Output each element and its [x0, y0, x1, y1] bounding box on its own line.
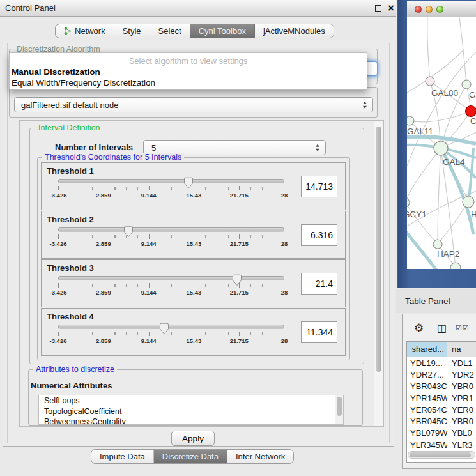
table-row[interactable]: YDR27...YDR2 [407, 369, 476, 380]
tab-label: Style [123, 26, 141, 36]
slider-major-ticks [58, 283, 284, 288]
main-scrollbar[interactable] [374, 121, 383, 426]
network-node-h[interactable] [463, 196, 474, 208]
tick-label: 2.859 [96, 337, 111, 344]
attributes-group-title: Attributes to discretize [33, 365, 117, 374]
threshold-value-input[interactable] [301, 224, 337, 246]
table-row[interactable]: YBL079WYBL0 [407, 427, 476, 439]
threshold-value-input[interactable] [301, 273, 337, 295]
threshold-block-2: Threshold 2-3.4262.8599.14415.4321.71528 [41, 211, 346, 259]
table-row[interactable]: YLR345WYLR3 [407, 439, 476, 450]
tab-network[interactable]: Network [56, 24, 114, 38]
table-row[interactable]: YER054CYER0 [407, 404, 476, 415]
dropdown-option-manual-discretization[interactable]: Manual Discretization [12, 67, 365, 77]
select-columns-icon[interactable]: ☑☑ [456, 324, 470, 332]
table-horizontal-scrollbar[interactable] [408, 451, 475, 459]
table-row[interactable]: YPR145WYPR1 [407, 392, 476, 404]
network-window-titlebar [407, 1, 476, 17]
table-cell-name: YBR0 [447, 417, 476, 426]
scrollbar-thumb[interactable] [410, 452, 471, 457]
tick-label: 2.859 [96, 192, 111, 199]
network-node-hap2[interactable] [433, 240, 442, 249]
dropdown-option-equal-width-frequency[interactable]: Equal Width/Frequency Discretization [12, 78, 365, 88]
tick-label: 9.144 [141, 337, 157, 344]
slider-track[interactable] [58, 179, 284, 183]
slider-thumb[interactable] [232, 274, 242, 286]
network-node-gal11[interactable] [407, 116, 414, 125]
float-window-icon[interactable] [375, 5, 381, 12]
tab-infer-network[interactable]: Infer Network [227, 450, 293, 463]
node-label: GAL11 [407, 127, 433, 136]
table-row[interactable]: YBR045CYBR0 [407, 415, 476, 427]
close-icon[interactable]: × [388, 1, 394, 16]
panel-title: Control Panel [5, 3, 56, 13]
slider-thumb[interactable] [159, 323, 169, 335]
minimize-traffic-light-icon[interactable] [426, 6, 433, 13]
tick-label: 15.43 [187, 337, 202, 344]
tab-cyni-toolbox[interactable]: Cyni Toolbox [190, 24, 255, 38]
tick-label: 28 [281, 240, 288, 247]
tab-style[interactable]: Style [114, 24, 150, 38]
tab-select[interactable]: Select [150, 24, 190, 38]
tab-label: Impute Data [100, 452, 145, 461]
numerical-attributes-list[interactable]: SelfLoopsTopologicalCoefficientBetweenne… [38, 395, 344, 425]
zoom-traffic-light-icon[interactable] [436, 6, 443, 13]
scrollbar-thumb[interactable] [376, 127, 381, 372]
table-cell-shared-name: YBR043C [407, 381, 447, 391]
column-header-shared-name[interactable]: shared... [407, 342, 447, 357]
threshold-label: Threshold 1 [47, 166, 94, 176]
network-node-ga[interactable] [462, 80, 471, 89]
slider-track[interactable] [58, 276, 284, 280]
column-header-name[interactable]: na [447, 342, 476, 357]
attribute-item[interactable]: TopologicalCoefficient [39, 406, 343, 417]
table-cell-name: YDL1 [447, 358, 476, 368]
close-traffic-light-icon[interactable] [415, 6, 422, 13]
tab-impute-data[interactable]: Impute Data [91, 450, 154, 463]
numerical-attributes-label: Numerical Attributes [31, 381, 112, 390]
control-panel-titlebar: Control Panel [0, 0, 396, 17]
slider-track[interactable] [58, 227, 284, 232]
slider-thumb[interactable] [183, 177, 194, 189]
table-row[interactable]: YDL19...YDL1 [407, 357, 476, 369]
threshold-slider[interactable]: -3.4262.8599.14415.4321.71528 [58, 276, 284, 305]
threshold-label: Threshold 2 [47, 215, 94, 224]
network-view-canvas[interactable]: GAL80GACGAL11GAL4GCY1HHAP2 [407, 17, 476, 269]
table-rows: YDL19...YDL1YDR27...YDR2YBR043CYBR0YPR14… [407, 357, 476, 453]
slider-track[interactable] [58, 325, 284, 329]
interval-definition-title: Interval Definition [36, 123, 103, 132]
network-node-gal80[interactable] [426, 77, 434, 86]
network-node-gcy1[interactable] [407, 198, 410, 207]
table-data-value: galFiltered.sif default node [21, 100, 118, 110]
tab-discretize-data[interactable]: Discretize Data [154, 450, 227, 463]
slider-thumb[interactable] [123, 226, 134, 238]
threshold-value-input[interactable] [301, 176, 337, 197]
settings-gear-icon[interactable]: ⚙ [414, 321, 424, 335]
threshold-slider[interactable]: -3.4262.8599.14415.4321.71528 [58, 179, 284, 208]
list-scrollbar[interactable] [335, 395, 343, 424]
tab-label: Select [158, 26, 181, 36]
node-label: GA [469, 90, 476, 100]
cyni-bottom-tabs: Impute Data Discretize Data Infer Networ… [91, 449, 294, 464]
tick-label: 9.144 [141, 289, 157, 296]
apply-button[interactable]: Apply [171, 431, 215, 446]
threshold-slider[interactable]: -3.4262.8599.14415.4321.71528 [58, 227, 284, 257]
network-node-c[interactable] [466, 106, 476, 117]
network-icon [64, 27, 72, 35]
table-cell-name: YPR1 [447, 394, 476, 403]
tab-jactivemnodules[interactable]: jActiveMNodules [255, 24, 334, 38]
threshold-value-input[interactable] [301, 321, 337, 343]
table-row[interactable]: YBR043CYBR0 [407, 381, 476, 392]
table-cell-shared-name: YPR145W [407, 394, 447, 403]
tick-label: 9.144 [141, 240, 157, 247]
split-columns-icon[interactable]: ◫ [437, 322, 447, 334]
network-node[interactable] [450, 263, 461, 269]
threshold-slider[interactable]: -3.4262.8599.14415.4321.71528 [58, 325, 284, 354]
table-data-select[interactable]: galFiltered.sif default node [14, 97, 373, 112]
tab-label: Network [75, 26, 105, 36]
node-label: GAL80 [431, 88, 458, 98]
network-node-gal4[interactable] [434, 141, 448, 155]
attribute-item[interactable]: SelfLoops [39, 395, 343, 406]
num-intervals-label: Number of Intervals [55, 142, 133, 152]
scrollbar-thumb[interactable] [337, 397, 342, 416]
attribute-item[interactable]: BetweennessCentrality [39, 417, 343, 425]
